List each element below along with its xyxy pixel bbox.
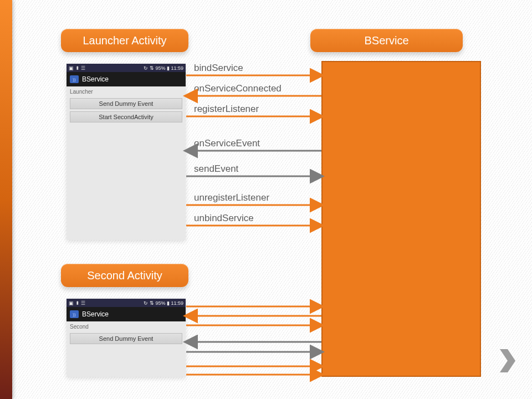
section-label: Launcher (66, 86, 186, 96)
launcher-phone: ▣ ⬍ ☰ ↻ ⇅ 95% ▮ 11:59 )) BService Launch… (66, 64, 186, 240)
app-title: BService (82, 75, 109, 83)
app-icon: )) (70, 310, 79, 318)
label-registerListener: registerListener (194, 104, 259, 115)
left-rail (0, 0, 12, 399)
status-left-icons: ▣ ⬍ ☰ (69, 65, 85, 71)
label-unregisterListener: unregisterListener (194, 192, 269, 203)
bservice-box (321, 61, 481, 377)
launcher-activity-tag: Launcher Activity (61, 29, 188, 52)
send-dummy-event-button[interactable]: Send Dummy Event (70, 98, 182, 109)
second-activity-tag: Second Activity (61, 264, 188, 287)
start-second-activity-button[interactable]: Start SecondActivity (70, 111, 182, 122)
label-onServiceConnected: onServiceConnected (194, 83, 282, 94)
send-dummy-event-button[interactable]: Send Dummy Event (70, 333, 182, 344)
status-right: ↻ ⇅ 95% ▮ 11:59 (144, 65, 183, 71)
app-title: BService (82, 310, 109, 318)
status-bar: ▣ ⬍ ☰ ↻ ⇅ 95% ▮ 11:59 (66, 299, 186, 307)
status-right: ↻ ⇅ 95% ▮ 11:59 (144, 300, 183, 306)
section-label: Second (66, 321, 186, 331)
next-slide-chevron-icon[interactable] (498, 347, 518, 375)
label-bindService: bindService (194, 63, 243, 74)
app-bar: )) BService (66, 307, 186, 321)
second-phone: ▣ ⬍ ☰ ↻ ⇅ 95% ▮ 11:59 )) BService Second… (66, 299, 186, 377)
app-icon: )) (70, 75, 79, 83)
label-onServiceEvent: onServiceEvent (194, 138, 260, 149)
status-left-icons: ▣ ⬍ ☰ (69, 300, 85, 306)
app-bar: )) BService (66, 72, 186, 86)
status-bar: ▣ ⬍ ☰ ↻ ⇅ 95% ▮ 11:59 (66, 64, 186, 72)
label-sendEvent: sendEvent (194, 163, 238, 175)
bservice-tag: BService (310, 29, 463, 52)
label-unbindService: unbindService (194, 213, 254, 224)
